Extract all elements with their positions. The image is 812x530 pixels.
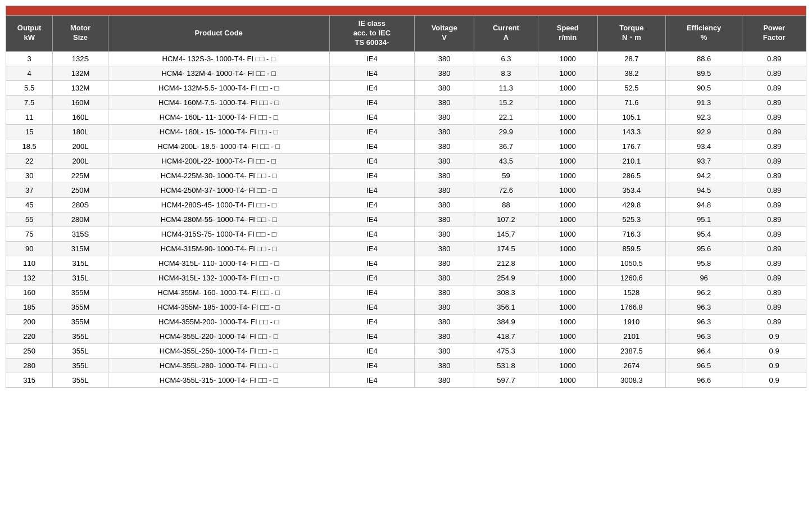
- cell-torque: 859.5: [597, 241, 665, 256]
- cell-efficiency: 94.2: [665, 168, 742, 183]
- cell-voltage: 380: [415, 227, 474, 241]
- cell-power-factor: 0.89: [742, 300, 806, 314]
- cell-motor-size: 355M: [53, 300, 108, 314]
- cell-efficiency: 96: [665, 270, 742, 285]
- cell-torque: 1050.5: [597, 256, 665, 270]
- cell-ie-class: IE4: [329, 241, 414, 256]
- cell-motor-size: 180L: [53, 124, 108, 139]
- cell-current: 531.8: [474, 358, 538, 373]
- cell-output: 18.5: [6, 139, 53, 153]
- cell-current: 418.7: [474, 329, 538, 343]
- cell-speed: 1000: [538, 329, 597, 343]
- cell-torque: 2101: [597, 329, 665, 343]
- cell-voltage: 380: [415, 212, 474, 227]
- cell-torque: 353.4: [597, 183, 665, 197]
- cell-power-factor: 0.89: [742, 212, 806, 227]
- cell-torque: 2387.5: [597, 343, 665, 358]
- cell-torque: 143.3: [597, 124, 665, 139]
- cell-efficiency: 92.9: [665, 124, 742, 139]
- cell-efficiency: 90.5: [665, 80, 742, 95]
- header-speed: Speedr/min: [538, 16, 597, 52]
- cell-speed: 1000: [538, 300, 597, 314]
- table-row: 132315LHCM4-315L- 132- 1000-T4- FI □□ - …: [6, 270, 806, 285]
- cell-torque: 716.3: [597, 227, 665, 241]
- cell-efficiency: 95.6: [665, 241, 742, 256]
- cell-product-code: HCM4-355L-280- 1000-T4- FI □□ - □: [108, 358, 329, 373]
- cell-ie-class: IE4: [329, 373, 414, 387]
- header-voltage: VoltageV: [415, 16, 474, 52]
- table-row: 75315SHCM4-315S-75- 1000-T4- FI □□ - □IE…: [6, 227, 806, 241]
- table-row: 110315LHCM4-315L- 110- 1000-T4- FI □□ - …: [6, 256, 806, 270]
- cell-current: 59: [474, 168, 538, 183]
- cell-product-code: HCM4-315L- 110- 1000-T4- FI □□ - □: [108, 256, 329, 270]
- table-row: 37250MHCM4-250M-37- 1000-T4- FI □□ - □IE…: [6, 183, 806, 197]
- cell-speed: 1000: [538, 183, 597, 197]
- cell-output: 22: [6, 153, 53, 168]
- table-row: 22200LHCM4-200L-22- 1000-T4- FI □□ - □IE…: [6, 153, 806, 168]
- cell-speed: 1000: [538, 110, 597, 124]
- cell-ie-class: IE4: [329, 183, 414, 197]
- cell-efficiency: 92.3: [665, 110, 742, 124]
- table-row: 5.5132MHCM4- 132M-5.5- 1000-T4- FI □□ - …: [6, 80, 806, 95]
- cell-output: 220: [6, 329, 53, 343]
- cell-speed: 1000: [538, 343, 597, 358]
- cell-voltage: 380: [415, 285, 474, 300]
- cell-product-code: HCM4- 180L- 15- 1000-T4- FI □□ - □: [108, 124, 329, 139]
- cell-product-code: HCM4-315M-90- 1000-T4- FI □□ - □: [108, 241, 329, 256]
- cell-torque: 210.1: [597, 153, 665, 168]
- cell-product-code: HCM4- 132M-5.5- 1000-T4- FI □□ - □: [108, 80, 329, 95]
- cell-voltage: 380: [415, 110, 474, 124]
- cell-ie-class: IE4: [329, 227, 414, 241]
- cell-motor-size: 315L: [53, 270, 108, 285]
- table-row: 30225MHCM4-225M-30- 1000-T4- FI □□ - □IE…: [6, 168, 806, 183]
- cell-speed: 1000: [538, 227, 597, 241]
- header-row: OutputkW MotorSize Product Code IE class…: [6, 16, 806, 52]
- cell-power-factor: 0.89: [742, 51, 806, 66]
- cell-ie-class: IE4: [329, 153, 414, 168]
- cell-current: 356.1: [474, 300, 538, 314]
- cell-current: 8.3: [474, 66, 538, 80]
- table-title: [6, 6, 806, 16]
- cell-current: 174.5: [474, 241, 538, 256]
- cell-efficiency: 96.6: [665, 373, 742, 387]
- cell-motor-size: 315M: [53, 241, 108, 256]
- cell-ie-class: IE4: [329, 197, 414, 212]
- cell-voltage: 380: [415, 51, 474, 66]
- cell-current: 22.1: [474, 110, 538, 124]
- cell-torque: 286.5: [597, 168, 665, 183]
- cell-output: 90: [6, 241, 53, 256]
- cell-output: 280: [6, 358, 53, 373]
- cell-ie-class: IE4: [329, 168, 414, 183]
- cell-ie-class: IE4: [329, 66, 414, 80]
- cell-torque: 1766.8: [597, 300, 665, 314]
- cell-efficiency: 96.2: [665, 285, 742, 300]
- cell-current: 145.7: [474, 227, 538, 241]
- cell-product-code: HCM4-250M-37- 1000-T4- FI □□ - □: [108, 183, 329, 197]
- cell-speed: 1000: [538, 124, 597, 139]
- cell-efficiency: 96.5: [665, 358, 742, 373]
- header-ie-class: IE classacc. to IECTS 60034-: [329, 16, 414, 52]
- header-current: CurrentA: [474, 16, 538, 52]
- cell-power-factor: 0.89: [742, 183, 806, 197]
- cell-efficiency: 89.5: [665, 66, 742, 80]
- cell-speed: 1000: [538, 256, 597, 270]
- cell-motor-size: 355M: [53, 314, 108, 329]
- cell-speed: 1000: [538, 153, 597, 168]
- table-row: 250355LHCM4-355L-250- 1000-T4- FI □□ - □…: [6, 343, 806, 358]
- cell-torque: 1260.6: [597, 270, 665, 285]
- cell-speed: 1000: [538, 270, 597, 285]
- table-row: 4132MHCM4- 132M-4- 1000-T4- FI □□ - □IE4…: [6, 66, 806, 80]
- cell-motor-size: 315L: [53, 256, 108, 270]
- cell-ie-class: IE4: [329, 110, 414, 124]
- cell-torque: 3008.3: [597, 373, 665, 387]
- cell-speed: 1000: [538, 95, 597, 110]
- cell-voltage: 380: [415, 197, 474, 212]
- cell-current: 11.3: [474, 80, 538, 95]
- cell-torque: 1910: [597, 314, 665, 329]
- cell-ie-class: IE4: [329, 80, 414, 95]
- cell-power-factor: 0.89: [742, 314, 806, 329]
- cell-motor-size: 315S: [53, 227, 108, 241]
- table-row: 185355MHCM4-355M- 185- 1000-T4- FI □□ - …: [6, 300, 806, 314]
- cell-current: 36.7: [474, 139, 538, 153]
- cell-power-factor: 0.9: [742, 343, 806, 358]
